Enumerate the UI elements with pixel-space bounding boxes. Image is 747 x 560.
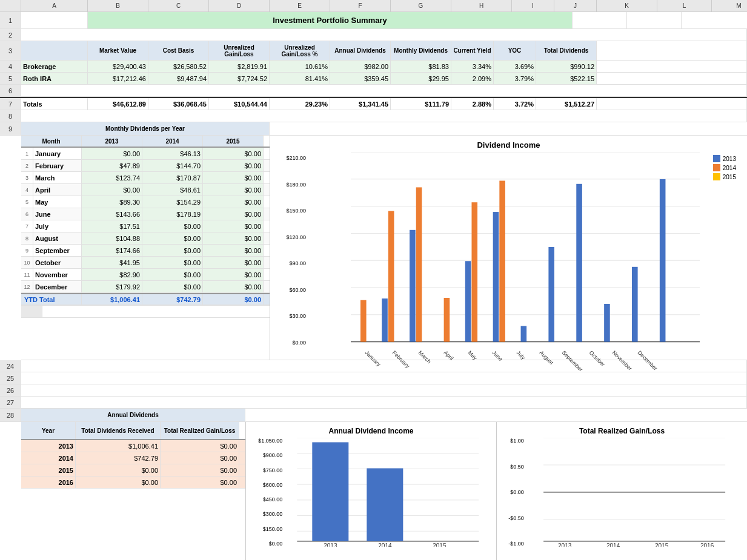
monthly-month-5: May xyxy=(33,196,82,208)
monthly-extra-4 xyxy=(21,345,270,356)
monthly-2013-7: $17.51 xyxy=(82,220,142,232)
row-2: 2 xyxy=(0,29,747,41)
monthly-2015-8: $0.00 xyxy=(203,232,264,244)
svg-text:2014: 2014 xyxy=(379,542,393,547)
cell-1-m xyxy=(627,12,682,28)
monthly-2013-11: $82.90 xyxy=(82,269,142,280)
rothira-yield: 2.09% xyxy=(451,73,494,84)
bar-2013-9 xyxy=(604,304,610,342)
monthly-row-num-4: 4 xyxy=(21,184,33,196)
legend-2014-box xyxy=(713,164,720,171)
cell-3-b xyxy=(21,41,88,60)
rownum-26: 26 xyxy=(0,384,21,396)
bar-2014-0 xyxy=(360,300,367,342)
rownum-27: 27 xyxy=(0,397,21,408)
chart-svg-container: 2013 2014 2015 xyxy=(308,152,742,346)
rothira-market-value: $17,212.46 xyxy=(88,73,148,84)
header-current-yield: Current Yield xyxy=(451,41,494,60)
cell-5-rest xyxy=(597,73,747,84)
monthly-row-11: 11 November $82.90 $0.00 $0.00 xyxy=(21,269,270,281)
annual-row-1: 2013 $1,006.41 $0.00 xyxy=(21,440,245,452)
cell-7-rest xyxy=(597,98,747,110)
total-div-header: Total Dividends Received xyxy=(76,422,161,439)
monthly-2014-7: $0.00 xyxy=(142,220,203,232)
annual-header-row: Year Total Dividends Received Total Real… xyxy=(21,422,245,440)
ytd-2014: $742.79 xyxy=(142,294,203,305)
rothira-monthly-div: $29.95 xyxy=(391,73,451,84)
annual-received-1: $1,006.41 xyxy=(76,440,161,452)
monthly-row-4: 4 April $0.00 $48.61 $0.00 xyxy=(21,184,270,196)
monthly-extra-3 xyxy=(21,334,270,345)
monthly-row-num-6: 6 xyxy=(21,208,33,220)
totals-unrealized-pct: 29.23% xyxy=(270,98,330,110)
legend-2015: 2015 xyxy=(713,173,736,180)
monthly-2014-1: $46.13 xyxy=(142,148,203,159)
header-yoc: YOC xyxy=(494,41,536,60)
annual-income-svg: 2013 2014 2015 xyxy=(285,438,491,547)
y-label-0: $210.00 xyxy=(275,155,306,161)
annual-row-3: 2015 $0.00 $0.00 xyxy=(21,464,245,476)
realized-gl-chart: Total Realized Gain/Loss $1.00 $0.50 $0.… xyxy=(496,422,747,560)
annual-gl-3: $0.00 xyxy=(161,464,239,476)
cell-9-chart-area xyxy=(270,122,747,135)
annual-row-2: 2014 $742.79 $0.00 xyxy=(21,452,245,464)
monthly-month-7: July xyxy=(33,220,82,232)
monthly-2014-8: $0.00 xyxy=(142,232,203,244)
brokerage-monthly-div: $81.83 xyxy=(391,61,451,72)
bar-2013-7 xyxy=(548,247,554,342)
monthly-2014-11: $0.00 xyxy=(142,269,203,280)
brokerage-yield: 3.34% xyxy=(451,61,494,72)
monthly-2014-9: $0.00 xyxy=(142,245,203,256)
col-header-a: A xyxy=(21,0,88,12)
cell-4-rest xyxy=(597,61,747,72)
legend-2013-box xyxy=(713,155,720,162)
col-header-b: B xyxy=(88,0,148,12)
monthly-rows: 1 January $0.00 $46.13 $0.00 2 February … xyxy=(21,148,270,293)
totals-unrealized-gl: $10,544.44 xyxy=(209,98,270,110)
bottom-section: Year Total Dividends Received Total Real… xyxy=(21,422,747,560)
rownum-3: 3 xyxy=(0,41,21,60)
row-28: 28 Annual Dividends xyxy=(0,409,747,422)
annual-year-4: 2016 xyxy=(21,476,76,488)
rows-10-27-container: Month 2013 2014 2015 1 January $0.00 $46… xyxy=(21,136,747,360)
row-9: 9 Monthly Dividends per Year xyxy=(0,122,747,136)
col-header-rownum xyxy=(0,0,21,12)
totals-total-div: $1,512.27 xyxy=(536,98,597,110)
header-market-value: Market Value xyxy=(88,41,148,60)
row-5: 5 Roth IRA $17,212.46 $9,487.94 $7,724.5… xyxy=(0,73,747,85)
bar-2013-2 xyxy=(410,230,416,342)
monthly-2015-7: $0.00 xyxy=(203,220,264,232)
monthly-row-num-9: 9 xyxy=(21,245,33,256)
monthly-month-10: October xyxy=(33,257,82,268)
rownum-7: 7 xyxy=(0,98,21,110)
totals-annual-div: $1,341.45 xyxy=(330,98,391,110)
monthly-2013-9: $174.66 xyxy=(82,245,142,256)
monthly-month-8: August xyxy=(33,232,82,244)
monthly-row-12: 12 December $179.92 $0.00 $0.00 xyxy=(21,281,270,293)
bar-2013-10 xyxy=(632,267,638,342)
monthly-row-num-7: 7 xyxy=(21,220,33,232)
brokerage-cost-basis: $26,580.52 xyxy=(148,61,209,72)
bar-2014-4 xyxy=(471,202,477,341)
monthly-month-6: June xyxy=(33,208,82,220)
bar-2013-4 xyxy=(465,261,471,341)
svg-text:2013: 2013 xyxy=(324,542,338,547)
header-monthly-div: Monthly Dividends xyxy=(391,41,451,60)
dividend-income-chart-title: Dividend Income xyxy=(275,140,742,150)
monthly-month-2: February xyxy=(33,160,82,171)
year-2014-header: 2014 xyxy=(142,136,203,147)
rownum-24b: 24 xyxy=(0,360,21,372)
rownum-4: 4 xyxy=(0,61,21,72)
bar-2014-2 xyxy=(416,187,422,341)
svg-text:May: May xyxy=(467,349,479,361)
cell-3-rest xyxy=(597,41,747,60)
legend-2014-label: 2014 xyxy=(723,165,736,171)
annual-table: Year Total Dividends Received Total Real… xyxy=(21,422,245,560)
y-label-5: $60.00 xyxy=(275,287,306,293)
cell-2-empty xyxy=(21,29,747,41)
realized-gl-header: Total Realized Gain/Loss xyxy=(161,422,239,439)
monthly-month-3: March xyxy=(33,172,82,183)
monthly-month-9: September xyxy=(33,245,82,256)
row-27: 27 xyxy=(0,397,747,409)
annual-chart-inner: $1,050.00 $900.00 $750.00 $600.00 $450.0… xyxy=(251,438,491,547)
